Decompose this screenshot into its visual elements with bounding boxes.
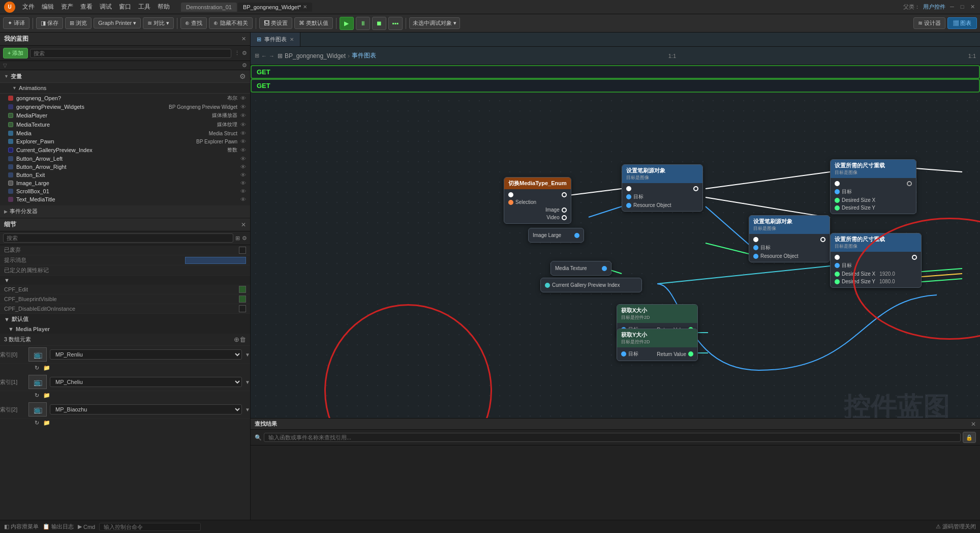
search-lock-icon[interactable]: 🔒 [963, 432, 976, 443]
details-grid-icon[interactable]: ⊞ [235, 235, 240, 242]
var-item-image-large[interactable]: Image_Large 👁 [0, 179, 250, 187]
close-button[interactable]: ✕ [969, 3, 976, 10]
save-button[interactable]: ◨ 保存 [36, 17, 63, 29]
add-variable-button[interactable]: + 添加 [3, 48, 28, 58]
var-item-explorer-pawn[interactable]: Explorer_Pawn BP Explorer Pawn 👁 [0, 137, 250, 145]
event-graph-tab-close-icon[interactable]: ✕ [290, 37, 294, 42]
var-item-btn-arrow-right[interactable]: Button_Arrow_Right 👁 [0, 163, 250, 171]
menu-view[interactable]: 查看 [77, 2, 96, 12]
var-item-preview-widgets[interactable]: gongnengPreview_Widgets BP Gongneng Prev… [0, 103, 250, 111]
cpf-disable-edit-checkbox[interactable] [239, 305, 246, 312]
var-eye-icon-btn-exit[interactable]: 👁 [240, 172, 246, 178]
menu-tools[interactable]: 工具 [135, 2, 154, 12]
var-eye-icon-media-texture[interactable]: 👁 [240, 122, 246, 128]
var-eye-icon-btn-arrow-right[interactable]: 👁 [240, 164, 246, 170]
stop-button[interactable]: ⏹ [372, 17, 386, 30]
menu-assets[interactable]: 资产 [58, 2, 76, 12]
var-item-btn-arrow-left[interactable]: Button_Arrow_Left 👁 [0, 155, 250, 163]
maximize-button[interactable]: □ [959, 3, 966, 10]
details-search-input[interactable] [3, 233, 233, 243]
cmd-btn[interactable]: ▶ Cmd [78, 523, 95, 530]
compare-button[interactable]: ≊ 对比 ▾ [143, 17, 174, 29]
var-eye-icon-media[interactable]: 👁 [240, 130, 246, 136]
pause-button[interactable]: ⏸ [356, 17, 370, 30]
menu-help[interactable]: 帮助 [155, 2, 173, 12]
menu-debug[interactable]: 调试 [97, 2, 115, 12]
var-item-media-player[interactable]: MediaPlayer 媒体播放器 👁 [0, 111, 250, 120]
menu-edit[interactable]: 编辑 [39, 2, 57, 12]
var-item-media-texture[interactable]: MediaTexture 媒体纹理 👁 [0, 120, 250, 129]
breadcrumb-current[interactable]: 事件图表 [352, 51, 376, 60]
tab-bp-close-icon[interactable]: ✕ [303, 4, 307, 10]
blueprint-settings-icon[interactable]: ⚙ [242, 50, 247, 56]
set-size-2[interactable]: 设置所需的尺寸重载 目标是图像 目标 Desired Size X [830, 233, 922, 288]
var-eye-icon-gallery-index[interactable]: 👁 [240, 147, 246, 153]
nav-grid-icon[interactable]: ⊞ [255, 52, 259, 59]
gallery-index-1[interactable]: Current Gallery Preview Index [540, 278, 642, 292]
media-item-2-select[interactable]: MP_Biaozhu [50, 404, 242, 414]
var-item-scrollbox[interactable]: ScrollBox_01 👁 [0, 187, 250, 195]
event-dispatcher-header[interactable]: ▶ 事件分发器 [0, 205, 250, 218]
media-item-0-browse-icon[interactable]: 📁 [43, 365, 50, 371]
set-size-1[interactable]: 设置所需的尺寸重载 目标是图像 目标 Desired Size X [830, 159, 916, 214]
find-button[interactable]: ⊕ 查找 [180, 17, 207, 29]
search-results-close-icon[interactable]: ✕ [971, 421, 976, 428]
media-item-0-expand-icon[interactable]: ▼ [245, 352, 250, 358]
source-control-btn[interactable]: ⚠ 源码管理关闭 [936, 523, 976, 530]
blueprint-search-input[interactable] [30, 49, 231, 58]
console-input[interactable] [99, 523, 201, 531]
set-brush-source-1[interactable]: 设置笔刷源对象 目标是图像 目标 Resource Object [622, 164, 703, 212]
get-height-node[interactable]: 获取Y大小 目标是控件2D 目标 Return Value [617, 329, 698, 361]
details-close-icon[interactable]: ✕ [241, 221, 246, 228]
translate-button[interactable]: ✦ 译译 [3, 17, 29, 29]
get-node-1[interactable]: GET [251, 65, 980, 79]
tooltip-value[interactable] [185, 257, 246, 264]
bp-view-options[interactable]: 1:1 [968, 53, 976, 59]
play-button[interactable]: ▶ [340, 17, 354, 30]
var-eye-icon-explorer-pawn[interactable]: 👁 [240, 138, 246, 144]
nav-back-icon[interactable]: ← [261, 53, 267, 59]
search-results-input[interactable] [264, 433, 961, 442]
cpf-edit-checkbox[interactable] [239, 286, 246, 293]
settings-icon[interactable]: ⚙ [242, 62, 247, 69]
class-settings-button[interactable]: ⛾ 类设置 [259, 17, 292, 29]
var-item-btn-exit[interactable]: Button_Exit 👁 [0, 171, 250, 179]
var-item-gongneng-open[interactable]: gongneng_Open? 布尔 👁 [0, 94, 250, 103]
default-values-section[interactable]: ▼ 默认值 [0, 314, 250, 324]
media-item-1-expand-icon[interactable]: ▼ [245, 379, 250, 385]
media-player-subsection[interactable]: ▼ Media Player [0, 324, 250, 334]
graph-printer-button[interactable]: Graph Printer ▾ [94, 18, 141, 28]
set-brush-source-2[interactable]: 设置笔刷源对象 目标是图像 目标 Resource Object [749, 215, 830, 262]
image-large-node[interactable]: Image Large [528, 228, 584, 243]
output-log-btn[interactable]: 📋 输出日志 [43, 523, 74, 530]
media-item-2-browse-icon[interactable]: 📁 [43, 420, 50, 426]
nav-forward-icon[interactable]: → [269, 53, 274, 59]
var-eye-icon-gongneng-open[interactable]: 👁 [240, 95, 246, 101]
remove-media-item-icon[interactable]: 🗑 [239, 336, 246, 343]
animations-header[interactable]: ▼ Animations [0, 83, 250, 94]
graph-button[interactable]: ▦ 图表 [947, 17, 977, 29]
menu-window[interactable]: 窗口 [116, 2, 134, 12]
my-blueprint-close-icon[interactable]: ✕ [241, 36, 246, 42]
debug-dropdown[interactable]: 未选中调试对象 ▾ [409, 17, 460, 29]
var-item-gallery-index[interactable]: Current_GalleryPreview_Index 整数 👁 [0, 145, 250, 155]
tab-bp-widget[interactable]: BP_gongneng_Widget* ✕ [238, 3, 312, 12]
add-media-item-icon[interactable]: ⊕ [234, 336, 239, 343]
cpp-section-header[interactable]: ▼ [0, 276, 250, 285]
class-defaults-button[interactable]: ⌘ 类默认值 [294, 17, 333, 29]
breadcrumb-widget[interactable]: BP_gongneng_Widget [285, 52, 346, 60]
menu-file[interactable]: 文件 [19, 2, 38, 12]
media-item-2-refresh-icon[interactable]: ↻ [35, 420, 39, 426]
switch-node[interactable]: 切换MediaType_Enum Selection Image [504, 177, 571, 224]
minimize-button[interactable]: ─ [948, 3, 956, 10]
var-eye-icon-btn-arrow-left[interactable]: 👁 [240, 156, 246, 162]
get-node-2[interactable]: GET [251, 79, 980, 93]
browse-button[interactable]: ⊞ 浏览 [65, 17, 91, 29]
media-item-0-select[interactable]: MP_Renliu [50, 349, 242, 360]
media-item-0-refresh-icon[interactable]: ↻ [35, 365, 39, 371]
var-eye-icon-image-large[interactable]: 👁 [240, 180, 246, 186]
var-eye-icon-text-title[interactable]: 👁 [240, 196, 246, 202]
variables-section-header[interactable]: ▼ 变量 ⚙ [0, 70, 250, 83]
event-graph-tab[interactable]: ⊞ 事件图表 ✕ [251, 33, 300, 46]
media-item-1-refresh-icon[interactable]: ↻ [35, 392, 39, 399]
